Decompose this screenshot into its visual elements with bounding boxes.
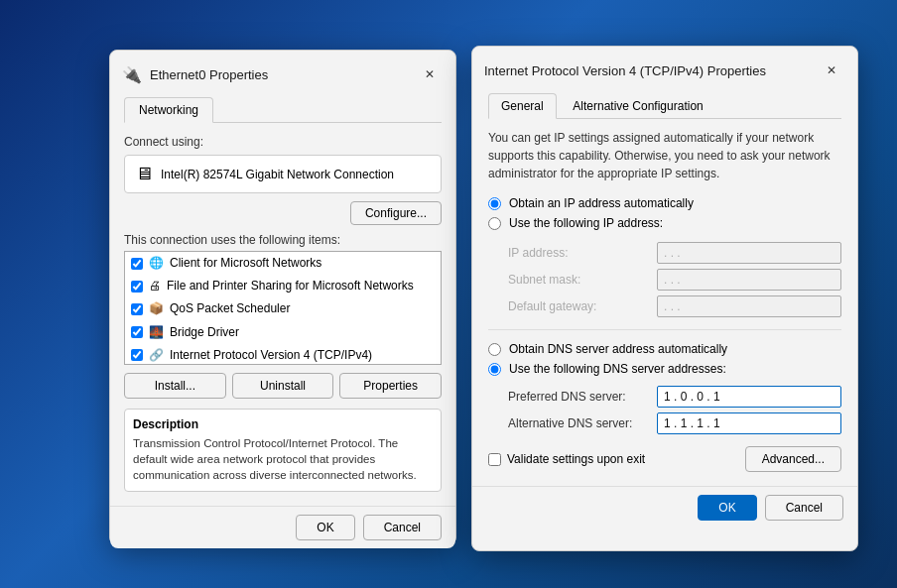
validate-row: Validate settings upon exit Advanced... (488, 446, 841, 472)
configure-button[interactable]: Configure... (350, 201, 442, 225)
manual-dns-radio[interactable] (488, 363, 501, 376)
uninstall-button[interactable]: Uninstall (232, 373, 334, 399)
adapter-name: Intel(R) 82574L Gigabit Network Connecti… (161, 168, 394, 181)
auto-dns-row: Obtain DNS server address automatically (488, 342, 841, 356)
ethernet-properties-dialog: 🔌 Ethernet0 Properties ✕ Networking Conn… (109, 50, 456, 545)
desc-title: Description (133, 417, 433, 431)
dialog2-title-bar: Internet Protocol Version 4 (TCP/IPv4) P… (472, 47, 857, 92)
tcpip-properties-dialog: Internet Protocol Version 4 (TCP/IPv4) P… (471, 46, 858, 551)
install-button[interactable]: Install... (124, 373, 226, 399)
dialog1-title-bar: 🔌 Ethernet0 Properties ✕ (110, 51, 455, 96)
action-buttons: Install... Uninstall Properties (124, 373, 442, 399)
ip-address-input[interactable] (657, 242, 841, 264)
item-icon-4: 🔗 (149, 346, 164, 365)
adapter-icon: 🖥 (135, 164, 153, 184)
info-text: You can get IP settings assigned automat… (488, 129, 841, 182)
list-item: 🖨 File and Printer Sharing for Microsoft… (125, 275, 441, 297)
connect-using-label: Connect using: (124, 135, 442, 149)
dns-fields: Preferred DNS server: Alternative DNS se… (508, 386, 841, 434)
tab-networking[interactable]: Networking (124, 97, 213, 123)
dialog2-footer: OK Cancel (472, 486, 857, 529)
dialog1-tab-bar: Networking (124, 96, 442, 123)
dialog2-cancel-button[interactable]: Cancel (765, 495, 843, 521)
preferred-dns-label: Preferred DNS server: (508, 386, 647, 408)
item-checkbox-4[interactable] (131, 349, 143, 361)
dialog1-footer: OK Cancel (110, 506, 455, 548)
item-label-3: Bridge Driver (170, 323, 239, 342)
items-listbox[interactable]: 🌐 Client for Microsoft Networks 🖨 File a… (124, 251, 442, 365)
dialog2-close-button[interactable]: ✕ (818, 57, 845, 84)
preferred-dns-input[interactable] (657, 386, 841, 408)
tab-alternative-config[interactable]: Alternative Configuration (560, 93, 715, 118)
item-label-2: QoS Packet Scheduler (170, 299, 290, 318)
subnet-mask-label: Subnet mask: (508, 269, 647, 291)
validate-label: Validate settings upon exit (507, 452, 645, 466)
manual-dns-row: Use the following DNS server addresses: (488, 362, 841, 376)
list-item: 📦 QoS Packet Scheduler (125, 297, 441, 320)
item-checkbox-2[interactable] (131, 303, 143, 315)
default-gw-label: Default gateway: (508, 295, 647, 317)
dialog2-content: General Alternative Configuration You ca… (472, 92, 857, 486)
item-icon-3: 🌉 (149, 323, 164, 342)
item-checkbox-1[interactable] (131, 281, 143, 293)
list-item: 🌉 Bridge Driver (125, 321, 441, 344)
manual-ip-row: Use the following IP address: (488, 216, 841, 230)
item-label-4: Internet Protocol Version 4 (TCP/IPv4) (170, 346, 372, 365)
item-label-0: Client for Microsoft Networks (170, 254, 321, 273)
advanced-button[interactable]: Advanced... (745, 446, 841, 472)
manual-dns-label: Use the following DNS server addresses: (509, 362, 726, 376)
dialog1-ok-button[interactable]: OK (296, 515, 354, 540)
dialog2-ok-button[interactable]: OK (698, 495, 756, 521)
subnet-mask-input[interactable] (657, 269, 841, 291)
network-icon: 🔌 (122, 65, 142, 84)
dialog1-title: Ethernet0 Properties (150, 67, 268, 82)
auto-dns-radio[interactable] (488, 343, 501, 356)
description-group: Description Transmission Control Protoco… (124, 409, 442, 492)
alt-dns-label: Alternative DNS server: (508, 412, 647, 434)
item-checkbox-0[interactable] (131, 258, 143, 270)
item-label-1: File and Printer Sharing for Microsoft N… (167, 277, 414, 295)
dialog1-cancel-button[interactable]: Cancel (363, 515, 442, 540)
list-item: 🌐 Client for Microsoft Networks (125, 252, 441, 275)
divider (488, 329, 841, 330)
default-gw-input[interactable] (657, 295, 841, 317)
properties-button[interactable]: Properties (339, 373, 442, 399)
item-icon-2: 📦 (149, 299, 164, 318)
manual-ip-radio[interactable] (488, 217, 501, 230)
item-checkbox-3[interactable] (131, 326, 143, 338)
ip-radio-group: Obtain an IP address automatically Use t… (488, 196, 841, 230)
item-icon-0: 🌐 (149, 254, 164, 273)
ip-address-label: IP address: (508, 242, 647, 264)
dialog1-title-left: 🔌 Ethernet0 Properties (122, 65, 268, 84)
items-label: This connection uses the following items… (124, 233, 442, 247)
ip-fields: IP address: Subnet mask: Default gateway… (508, 242, 841, 317)
dialog2-title-left: Internet Protocol Version 4 (TCP/IPv4) P… (484, 63, 766, 78)
alt-dns-input[interactable] (657, 412, 841, 434)
auto-ip-row: Obtain an IP address automatically (488, 196, 841, 210)
dialog1-close-button[interactable]: ✕ (416, 60, 444, 88)
dialog1-content: Networking Connect using: 🖥 Intel(R) 825… (110, 96, 455, 506)
auto-dns-label: Obtain DNS server address automatically (509, 342, 727, 356)
item-icon-1: 🖨 (149, 277, 161, 295)
dialog2-title: Internet Protocol Version 4 (TCP/IPv4) P… (484, 63, 766, 78)
adapter-box: 🖥 Intel(R) 82574L Gigabit Network Connec… (124, 155, 442, 193)
desc-text: Transmission Control Protocol/Internet P… (133, 435, 433, 483)
manual-ip-label: Use the following IP address: (509, 216, 663, 230)
list-item: 🔗 Internet Protocol Version 4 (TCP/IPv4) (125, 344, 441, 365)
dns-radio-group: Obtain DNS server address automatically … (488, 342, 841, 376)
tab-general[interactable]: General (488, 93, 557, 119)
dialog2-tab-bar: General Alternative Configuration (488, 92, 841, 119)
auto-ip-label: Obtain an IP address automatically (509, 196, 694, 210)
auto-ip-radio[interactable] (488, 197, 501, 210)
validate-checkbox[interactable] (488, 453, 501, 466)
validate-checkbox-group: Validate settings upon exit (488, 452, 645, 466)
